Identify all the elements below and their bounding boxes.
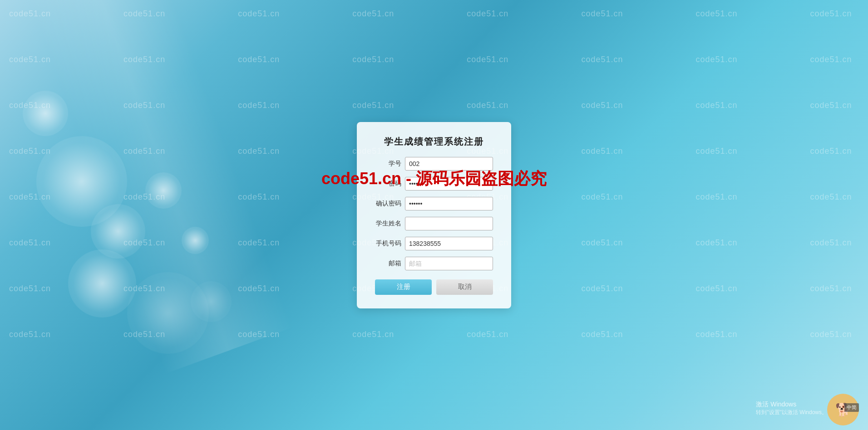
input-confirm-password[interactable]	[405, 197, 493, 210]
input-password[interactable]	[405, 177, 493, 191]
button-row: 注册 取消	[375, 279, 493, 295]
label-phone: 手机号码	[375, 239, 401, 248]
dialog-title: 学生成绩管理系统注册	[375, 136, 493, 148]
form-row-password: 密码	[375, 177, 493, 191]
form-row-email: 邮箱	[375, 257, 493, 270]
register-dialog: 学生成绩管理系统注册 学号 密码 确认密码 学生姓名 手机号码 邮箱	[357, 122, 511, 308]
input-phone[interactable]	[405, 237, 493, 250]
form-row-name: 学生姓名	[375, 217, 493, 230]
label-name: 学生姓名	[375, 220, 401, 228]
form-row-phone: 手机号码	[375, 237, 493, 250]
dialog-overlay: 学生成绩管理系统注册 学号 密码 确认密码 学生姓名 手机号码 邮箱	[0, 0, 868, 430]
input-name[interactable]	[405, 217, 493, 230]
label-password: 密码	[375, 180, 401, 188]
label-confirm-password: 确认密码	[375, 200, 401, 208]
cancel-button[interactable]: 取消	[436, 279, 493, 295]
form-row-student-id: 学号	[375, 157, 493, 171]
input-student-id[interactable]	[405, 157, 493, 171]
register-button[interactable]: 注册	[375, 279, 432, 295]
label-student-id: 学号	[375, 160, 401, 168]
input-email[interactable]	[405, 257, 493, 270]
form-row-confirm-password: 确认密码	[375, 197, 493, 210]
label-email: 邮箱	[375, 259, 401, 268]
